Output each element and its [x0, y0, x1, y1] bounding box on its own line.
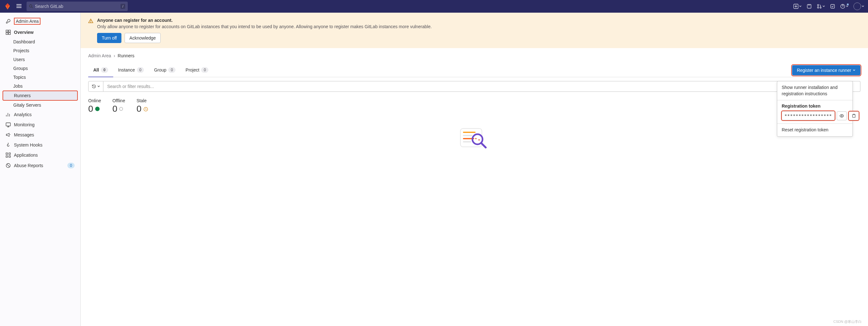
sidebar-system-hooks[interactable]: System Hooks: [3, 140, 78, 150]
sidebar-applications[interactable]: Applications: [3, 150, 78, 160]
analytics-icon: [6, 112, 11, 117]
tab-label: Group: [154, 67, 166, 72]
sidebar-item-label: System Hooks: [14, 142, 42, 147]
chevron-down-icon: [97, 85, 100, 88]
sidebar-item-jobs[interactable]: Jobs: [3, 82, 78, 91]
tab-all[interactable]: All 0: [88, 63, 113, 77]
svg-rect-31: [463, 132, 475, 133]
sidebar-monitoring[interactable]: Monitoring: [3, 120, 78, 130]
tab-group[interactable]: Group 0: [149, 63, 181, 77]
search-box[interactable]: /: [27, 2, 128, 11]
copy-token-button[interactable]: [849, 111, 859, 120]
create-menu-icon[interactable]: [794, 4, 802, 9]
sidebar-item-label: Abuse Reports: [14, 163, 43, 168]
user-menu[interactable]: [854, 3, 864, 10]
chevron-down-icon: [862, 5, 864, 8]
sidebar-item-dashboard[interactable]: Dashboard: [3, 37, 78, 46]
svg-point-10: [817, 7, 819, 8]
merge-requests-icon[interactable]: [817, 4, 825, 9]
search-kbd-hint: /: [121, 4, 125, 9]
reveal-token-button[interactable]: [837, 111, 847, 120]
online-dot-icon: [95, 107, 100, 111]
svg-line-24: [7, 164, 9, 167]
svg-point-27: [841, 115, 842, 116]
gitlab-logo-icon[interactable]: [4, 3, 11, 10]
sidebar-item-label: Projects: [13, 48, 29, 53]
registration-token-field[interactable]: *****************: [782, 111, 835, 120]
sidebar-admin-area[interactable]: Admin Area: [3, 15, 78, 27]
tab-project[interactable]: Project 0: [181, 63, 213, 77]
offline-dot-icon: [119, 107, 123, 111]
tab-count: 0: [137, 67, 144, 73]
reset-token-item[interactable]: Reset registration token: [777, 124, 852, 137]
show-instructions-item[interactable]: Show runner installation and registratio…: [777, 81, 852, 100]
applications-icon: [6, 153, 11, 158]
svg-rect-21: [6, 156, 8, 157]
abuse-count-badge: 0: [67, 163, 74, 168]
svg-rect-20: [9, 153, 10, 154]
alert-title: Anyone can register for an account.: [97, 18, 860, 23]
register-instance-runner-button[interactable]: Register an instance runner: [792, 65, 860, 75]
abuse-icon: [6, 163, 11, 168]
register-runner-dropdown: Show runner installation and registratio…: [777, 81, 853, 137]
sidebar-item-label: Users: [13, 57, 25, 62]
warning-icon: [88, 18, 93, 43]
sidebar-analytics[interactable]: Analytics: [3, 110, 78, 120]
svg-point-36: [475, 138, 476, 139]
sidebar-abuse-reports[interactable]: Abuse Reports 0: [3, 160, 78, 171]
sidebar-item-groups[interactable]: Groups: [3, 64, 78, 73]
turn-off-button[interactable]: Turn off: [97, 33, 121, 43]
eye-icon: [840, 114, 844, 118]
breadcrumb-current: Runners: [118, 53, 134, 58]
tab-instance[interactable]: Instance 0: [113, 63, 149, 77]
search-history-button[interactable]: [88, 81, 103, 92]
sidebar-item-topics[interactable]: Topics: [3, 73, 78, 82]
help-icon[interactable]: [840, 4, 848, 9]
breadcrumb-parent[interactable]: Admin Area: [88, 53, 111, 58]
sidebar-item-label: Analytics: [14, 112, 32, 117]
svg-rect-2: [17, 7, 22, 8]
hamburger-menu-icon[interactable]: [15, 2, 23, 11]
svg-rect-32: [463, 135, 472, 136]
sidebar-admin-area-label: Admin Area: [14, 18, 40, 25]
svg-point-37: [478, 139, 480, 141]
sidebar-item-label: Dashboard: [13, 39, 35, 44]
svg-point-3: [29, 5, 32, 7]
sidebar-item-label: Messages: [14, 132, 34, 137]
svg-rect-12: [831, 4, 835, 8]
issues-icon[interactable]: [807, 4, 812, 9]
sidebar-item-runners[interactable]: Runners: [3, 91, 78, 101]
breadcrumb: Admin Area › Runners: [88, 53, 860, 58]
filter-bar: [88, 81, 860, 92]
svg-rect-18: [6, 123, 10, 126]
sidebar-item-projects[interactable]: Projects: [3, 46, 78, 55]
stats-row: Online 0 Offline 0 Sta: [88, 98, 860, 114]
stat-label: Stale: [136, 98, 149, 103]
sidebar-item-users[interactable]: Users: [3, 55, 78, 64]
sidebar-overview[interactable]: Overview: [3, 27, 78, 37]
sidebar: Admin Area Overview Dashboard Projects U…: [0, 13, 81, 326]
sidebar-overview-label: Overview: [14, 30, 33, 35]
tab-count: 0: [168, 67, 176, 73]
search-icon: [29, 4, 33, 8]
todos-icon[interactable]: [830, 4, 835, 9]
stat-label: Offline: [112, 98, 125, 103]
svg-rect-28: [853, 114, 855, 117]
search-input[interactable]: [35, 4, 120, 9]
stat-offline: Offline 0: [112, 98, 125, 114]
alert-description: Only allow anyone to register for accoun…: [97, 24, 860, 29]
filter-input[interactable]: [103, 81, 860, 92]
button-label: Register an instance runner: [797, 68, 851, 73]
alert-banner: Anyone can register for an account. Only…: [81, 13, 868, 48]
sidebar-messages[interactable]: Messages: [3, 130, 78, 140]
acknowledge-button[interactable]: Acknowledge: [125, 33, 160, 43]
notification-dot: [847, 3, 849, 5]
registration-token-label: Registration token: [777, 100, 852, 110]
stat-value: 0: [136, 104, 142, 114]
tab-label: Instance: [118, 67, 135, 72]
sidebar-item-gitaly-servers[interactable]: Gitaly Servers: [3, 101, 78, 110]
svg-rect-0: [17, 4, 22, 5]
chevron-down-icon: [799, 5, 802, 8]
megaphone-icon: [6, 132, 11, 137]
tab-count: 0: [101, 67, 108, 73]
